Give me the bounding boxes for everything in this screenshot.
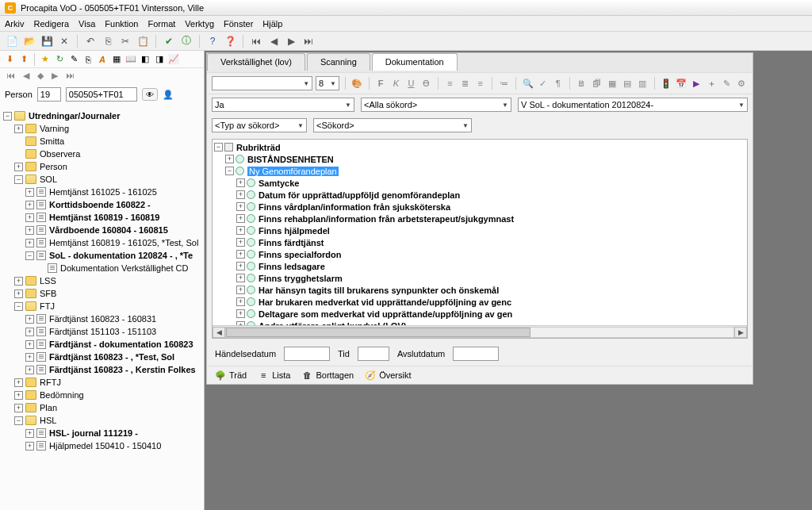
edit-icon[interactable]: ✎ — [67, 53, 80, 66]
add-icon[interactable]: ＋ — [706, 76, 718, 90]
misc1-icon[interactable]: ◧ — [139, 53, 151, 66]
tree-node[interactable]: +Hemtjänst 161025 - 161025 — [3, 186, 202, 198]
expand-icon[interactable]: + — [236, 226, 245, 235]
view-oversikt[interactable]: 🧭Översikt — [365, 370, 411, 381]
expand-icon[interactable]: + — [25, 213, 34, 222]
save-icon[interactable]: 💾 — [40, 34, 54, 48]
rubrik-node[interactable]: +Finns trygghetslarm — [214, 272, 745, 284]
expand-icon[interactable]: + — [236, 309, 245, 318]
rubrik-node[interactable]: +Andra utförare enligt kundval (LOV) — [214, 320, 745, 325]
scroll-right-icon[interactable]: ▶ — [734, 327, 747, 338]
expand-icon[interactable]: − — [14, 175, 23, 184]
insert2-icon[interactable]: 🗐 — [591, 76, 603, 90]
menu-verktyg[interactable]: Verktyg — [185, 19, 214, 29]
expand-icon[interactable]: − — [214, 143, 223, 151]
tree-node[interactable]: Observera — [3, 148, 202, 160]
tree-node[interactable]: +Färdtjänst - dokumentation 160823 — [3, 338, 202, 351]
row-icon[interactable]: ▤ — [621, 76, 633, 90]
tree-node[interactable]: +Plan — [3, 401, 202, 414]
tree-node[interactable]: −HSL — [3, 414, 202, 427]
expand-icon[interactable]: + — [25, 328, 34, 336]
expand-icon[interactable]: + — [25, 442, 34, 451]
expand-icon[interactable]: − — [3, 112, 12, 121]
tree-node[interactable]: +Vårdboende 160804 - 160815 — [3, 224, 202, 236]
expand-icon[interactable]: − — [25, 251, 34, 260]
tab-verkstallighet[interactable]: Verkställighet (lov) — [207, 53, 305, 71]
cal-icon[interactable]: 📅 — [676, 76, 688, 90]
tree-node[interactable]: +Färdtjänst 151103 - 151103 — [3, 325, 202, 338]
rubrik-node[interactable]: +Finns rehabplan/information från arbets… — [214, 213, 745, 224]
expand-icon[interactable]: + — [14, 290, 23, 298]
menu-redigera[interactable]: Redigera — [33, 19, 69, 29]
table-icon[interactable]: ▦ — [606, 76, 618, 90]
expand-icon[interactable]: + — [236, 297, 245, 306]
expand-icon[interactable]: + — [236, 178, 245, 187]
font-size-combo[interactable]: 8▼ — [316, 76, 339, 90]
horizontal-scrollbar[interactable]: ◀ ▶ — [213, 325, 747, 338]
tree-node[interactable]: +Färdtjänst 160823 - 160831 — [3, 313, 202, 325]
tree-node[interactable]: +HSL- journal 111219 - — [3, 427, 202, 439]
expand-icon[interactable]: + — [14, 378, 23, 387]
rubrik-node[interactable]: −Ny Genomförandeplan — [214, 165, 745, 177]
bold-icon[interactable]: F — [375, 76, 387, 90]
ja-combo[interactable]: Ja▼ — [212, 98, 354, 112]
tree-node[interactable]: −SoL - dokumentation 120824 - , *Te — [3, 249, 202, 262]
info-icon[interactable]: ⓘ — [179, 34, 193, 48]
help-icon[interactable]: ? — [205, 34, 220, 48]
rubrik-node[interactable]: +Har brukaren medverkat vid upprättande/… — [214, 296, 745, 308]
expand-icon[interactable]: + — [236, 202, 245, 211]
rubrik-node[interactable]: +Datum för upprättad/uppföljd genomföran… — [214, 189, 745, 201]
color-icon[interactable]: 🎨 — [351, 76, 363, 90]
menu-hjalp[interactable]: Hjälp — [262, 19, 282, 29]
grid-icon[interactable]: ▦ — [110, 53, 123, 66]
tree-node[interactable]: +Hjälpmedel 150410 - 150410 — [3, 439, 202, 452]
expand-icon[interactable]: + — [236, 286, 245, 294]
next-icon[interactable]: ▶ — [284, 34, 298, 48]
rubrik-node[interactable]: +Finns specialfordon — [214, 248, 745, 260]
copy2-icon[interactable]: ⎘ — [82, 53, 94, 66]
menu-format[interactable]: Format — [148, 19, 176, 29]
tree-node[interactable]: +Varning — [3, 122, 202, 135]
expand-icon[interactable]: − — [14, 416, 23, 425]
expand-icon[interactable]: + — [25, 429, 34, 438]
sokord-combo[interactable]: <Sökord>▼ — [313, 118, 472, 132]
expand-icon[interactable]: + — [25, 201, 34, 209]
nav-stop-icon[interactable]: ◆ — [37, 71, 44, 81]
star-icon[interactable]: ★ — [39, 53, 52, 66]
nav-prev-icon[interactable]: ◀ — [23, 71, 29, 81]
tree-node[interactable]: +RFTJ — [3, 376, 202, 389]
rubrik-node[interactable]: +Har hänsyn tagits till brukarens synpun… — [214, 284, 745, 296]
strike-icon[interactable]: Ɵ — [420, 76, 432, 90]
new-icon[interactable]: 📄 — [5, 34, 19, 48]
dokumentation-combo[interactable]: V SoL - dokumentation 20120824-▼ — [518, 98, 748, 112]
expand-icon[interactable]: − — [14, 302, 23, 311]
menu-arkiv[interactable]: Arkiv — [5, 19, 24, 29]
journal-tree[interactable]: −Utredningar/Journaler+VarningSmittaObse… — [0, 106, 204, 510]
expand-icon[interactable]: + — [25, 353, 34, 362]
phrase-icon[interactable]: ¶ — [552, 76, 564, 90]
rubrik-tree[interactable]: −Rubrikträd+BISTÅNDSENHETEN−Ny Genomföra… — [213, 140, 747, 325]
misc2-icon[interactable]: ◨ — [153, 53, 166, 66]
cut-icon[interactable]: ✂ — [118, 34, 132, 48]
menu-visa[interactable]: Visa — [79, 19, 95, 29]
tree-node[interactable]: +Person — [3, 160, 202, 173]
find-icon[interactable]: 🔍 — [522, 76, 534, 90]
menu-fonster[interactable]: Fönster — [224, 19, 253, 29]
paste-icon[interactable]: 📋 — [136, 34, 150, 48]
person-pin-icon[interactable]: 👤 — [163, 90, 174, 100]
expand-icon[interactable]: + — [14, 163, 23, 171]
menu-funktion[interactable]: Funktion — [105, 19, 138, 29]
expand-icon[interactable]: + — [236, 274, 245, 282]
scroll-thumb[interactable] — [226, 328, 530, 337]
underline-icon[interactable]: U — [405, 76, 417, 90]
check-icon[interactable]: ✔ — [162, 34, 176, 48]
undo-icon[interactable]: ↶ — [83, 34, 98, 48]
rubrik-node[interactable]: +Samtycke — [214, 177, 745, 189]
last-icon[interactable]: ⏭ — [301, 34, 316, 48]
refresh-icon[interactable]: ↻ — [53, 53, 66, 66]
align-right-icon[interactable]: ≡ — [474, 76, 486, 90]
chart-icon[interactable]: 📈 — [167, 53, 180, 66]
font-icon[interactable]: A — [96, 53, 109, 66]
expand-icon[interactable]: + — [14, 277, 23, 286]
tid-input[interactable] — [358, 347, 389, 361]
